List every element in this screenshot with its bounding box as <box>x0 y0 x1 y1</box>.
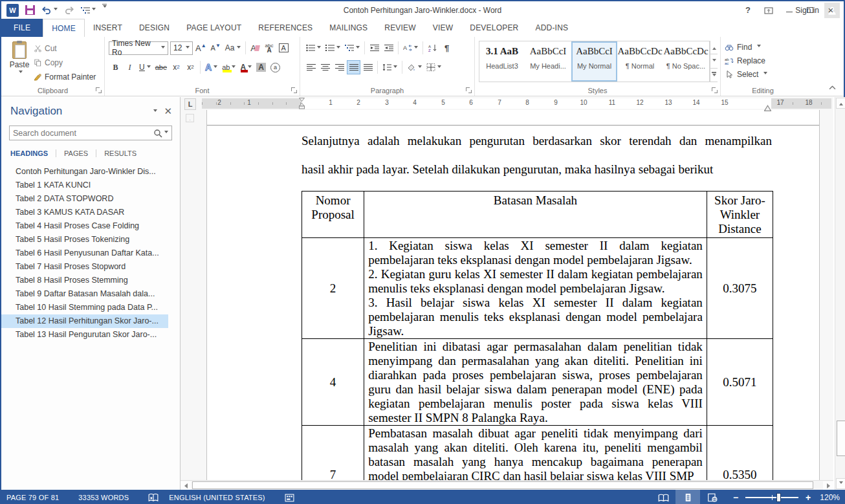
navigation-options-dropdown-icon[interactable] <box>153 109 157 114</box>
tab-stop-selector[interactable]: L <box>184 98 196 110</box>
find-button[interactable]: Find <box>725 40 802 54</box>
customize-qat-button[interactable] <box>102 4 107 17</box>
proofing-status-icon[interactable] <box>143 490 164 504</box>
phonetic-guide-button[interactable]: abcA <box>263 41 276 55</box>
web-layout-button[interactable] <box>700 490 725 504</box>
tab-results[interactable]: RESULTS <box>96 149 144 157</box>
cut-button[interactable]: Cut <box>34 42 96 54</box>
vertical-scroll-thumb[interactable] <box>837 421 845 456</box>
decrease-indent-button[interactable] <box>368 41 381 55</box>
clear-formatting-button[interactable]: A <box>248 41 262 55</box>
ribbon-tab[interactable]: DEVELOPER <box>461 19 527 37</box>
style-gallery-item[interactable]: AaBbCcDc ¶ No Spac... <box>663 41 709 82</box>
heading-item[interactable]: Tabel 13 Hasil Pengurutan Skor Jaro-... <box>1 328 168 342</box>
vertical-scrollbar[interactable] <box>835 97 845 490</box>
paste-dropdown-icon[interactable] <box>19 71 23 75</box>
help-button[interactable]: ? <box>739 4 757 17</box>
styles-more-button[interactable] <box>710 69 718 82</box>
heading-item[interactable]: Contoh Perhitungan Jaro-Winkler Dis... <box>1 165 168 179</box>
heading-item[interactable]: Tabel 9 Daftar Batasan Masalah dala... <box>1 287 168 301</box>
bullets-button[interactable] <box>304 41 323 55</box>
indent-markers[interactable] <box>297 98 307 112</box>
style-gallery-item[interactable]: AaBbCcI My Headi... <box>525 41 571 82</box>
font-name-combobox[interactable]: Times New Ro <box>109 41 168 55</box>
multilevel-list-qat-button[interactable] <box>81 4 96 17</box>
right-indent-marker[interactable] <box>763 102 772 114</box>
borders-button[interactable] <box>424 60 443 74</box>
line-spacing-button[interactable] <box>380 60 399 74</box>
horizontal-scroll-thumb[interactable] <box>192 481 813 489</box>
save-button[interactable] <box>25 4 35 17</box>
ribbon-tab[interactable]: VIEW <box>424 19 461 37</box>
heading-item[interactable]: Tabel 5 Hasil Proses Tokenizing <box>1 233 168 247</box>
show-hide-pilcrow-button[interactable]: ¶ <box>440 41 454 55</box>
style-gallery-item[interactable]: 3.1 AaB HeadList3 <box>479 41 525 82</box>
read-mode-button[interactable] <box>651 490 675 504</box>
style-gallery-item[interactable]: AaBbCcDc ¶ Normal <box>617 41 663 82</box>
print-layout-button[interactable] <box>675 490 700 504</box>
zoom-in-button[interactable]: + <box>804 492 813 503</box>
scroll-down-button[interactable] <box>836 478 845 489</box>
grow-font-button[interactable]: A▲ <box>193 41 208 55</box>
enclose-characters-button[interactable]: a <box>269 60 282 74</box>
scroll-right-button[interactable] <box>823 481 833 490</box>
align-right-button[interactable] <box>333 60 346 74</box>
character-shading-button[interactable]: A <box>254 60 268 74</box>
align-left-button[interactable] <box>304 60 318 74</box>
horizontal-ruler[interactable]: 211234567891011121314151718 <box>202 98 831 109</box>
navigation-close-icon[interactable]: ✕ <box>164 105 172 117</box>
ribbon-tab[interactable]: INSERT <box>85 19 131 37</box>
word-count[interactable]: 33353 WORDS <box>73 490 134 504</box>
zoom-out-button[interactable]: − <box>731 492 740 503</box>
minimize-button[interactable] <box>780 4 798 17</box>
replace-button[interactable]: Replace <box>725 54 802 67</box>
character-border-button[interactable]: A <box>277 41 291 55</box>
heading-item[interactable]: Tabel 4 Hasil Proses Case Folding <box>1 219 168 233</box>
styles-scroll-up-button[interactable] <box>710 41 718 54</box>
scroll-up-button[interactable] <box>836 98 845 109</box>
multilevel-list-button[interactable] <box>343 41 362 55</box>
styles-scroll-down-button[interactable] <box>710 54 718 68</box>
style-gallery-item[interactable]: AaBbCcI My Normal <box>571 41 617 82</box>
ribbon-display-options-button[interactable] <box>760 4 778 17</box>
styles-dialog-launcher-icon[interactable] <box>711 87 718 94</box>
heading-item[interactable]: Tabel 3 KAMUS KATA DASAR <box>1 206 168 219</box>
paragraph-dialog-launcher-icon[interactable] <box>465 87 472 94</box>
zoom-percentage[interactable]: 120% <box>819 493 845 502</box>
distribute-button[interactable] <box>361 60 375 74</box>
heading-item[interactable]: Tabel 1 KATA KUNCI <box>1 179 168 192</box>
text-effects-button[interactable]: A <box>203 60 219 74</box>
ribbon-tab[interactable]: REVIEW <box>376 19 424 37</box>
copy-button[interactable]: Copy <box>34 56 96 69</box>
font-dialog-launcher-icon[interactable] <box>291 87 298 94</box>
page-indicator[interactable]: PAGE 79 OF 81 <box>1 490 64 504</box>
heading-item[interactable]: Tabel 12 Hasil Perhitungan Skor Jaro-... <box>1 314 168 328</box>
scroll-left-button[interactable] <box>181 481 191 490</box>
superscript-button[interactable]: x2 <box>184 60 197 74</box>
search-options-dropdown-icon[interactable] <box>164 131 168 135</box>
redo-button[interactable] <box>64 4 74 17</box>
ribbon-tab[interactable]: ADD-INS <box>527 19 576 37</box>
tab-pages[interactable]: PAGES <box>56 149 96 157</box>
align-center-button[interactable] <box>318 60 332 74</box>
document-page[interactable]: Selanjutnya adalah melakukan pengurutan … <box>206 110 820 480</box>
subscript-button[interactable]: x2 <box>170 60 183 74</box>
zoom-slider-thumb[interactable] <box>776 493 781 502</box>
tab-headings[interactable]: HEADINGS <box>10 149 56 157</box>
search-input[interactable] <box>13 129 153 138</box>
asian-layout-button[interactable] <box>401 41 420 55</box>
ribbon-tab[interactable]: HOME <box>43 19 85 37</box>
horizontal-scrollbar[interactable] <box>181 480 833 490</box>
close-button[interactable]: × <box>822 4 840 17</box>
highlight-color-button[interactable]: ab <box>220 60 237 74</box>
ribbon-tab[interactable]: REFERENCES <box>250 19 321 37</box>
macro-recording-icon[interactable] <box>280 490 300 504</box>
language-indicator[interactable]: ENGLISH (UNITED STATES) <box>164 490 270 504</box>
ribbon-tab[interactable]: FILE <box>1 19 43 37</box>
search-icon[interactable] <box>153 129 162 138</box>
shrink-font-button[interactable]: A▼ <box>209 41 223 55</box>
undo-dropdown-icon[interactable] <box>54 8 58 12</box>
font-size-combobox[interactable]: 12 <box>170 41 193 55</box>
ribbon-tab[interactable]: DESIGN <box>131 19 178 37</box>
clipboard-dialog-launcher-icon[interactable] <box>95 87 102 94</box>
